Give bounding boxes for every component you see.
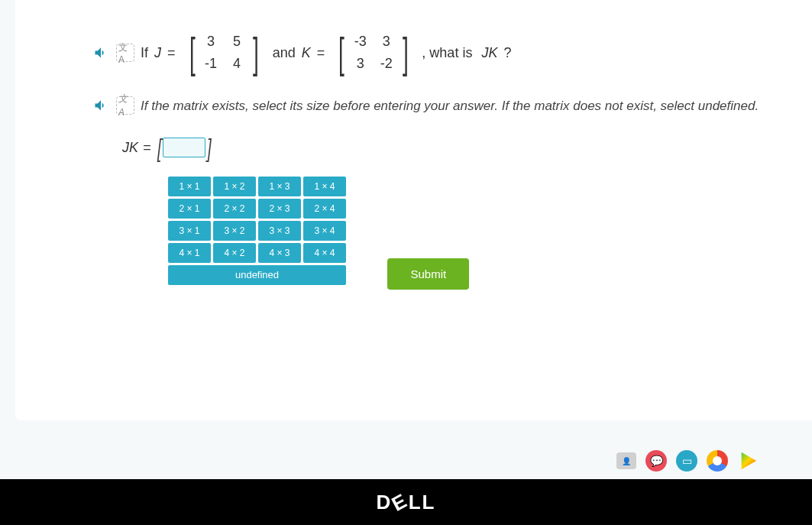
text-and: and: [273, 45, 296, 61]
app-icon-red[interactable]: 💬: [645, 450, 667, 472]
size-3x4[interactable]: 3 × 4: [303, 221, 346, 241]
bracket-right: ]: [253, 36, 259, 70]
eq3: =: [143, 140, 151, 156]
matrix-k: [ -3 3 3 -2 ]: [335, 31, 411, 75]
bracket-left: [: [157, 133, 161, 163]
mJ-10: -1: [198, 53, 224, 75]
mK-00: -3: [348, 31, 374, 53]
answer-label: JK: [122, 140, 138, 156]
size-2x4[interactable]: 2 × 4: [303, 199, 346, 219]
var-j: J: [154, 45, 161, 61]
size-2x3[interactable]: 2 × 3: [258, 199, 301, 219]
size-3x2[interactable]: 3 × 2: [213, 221, 256, 241]
play-store-icon[interactable]: [737, 450, 759, 472]
taskbar: 👤 💬 ▭: [616, 450, 759, 472]
submit-button[interactable]: Submit: [387, 258, 469, 290]
size-1x3[interactable]: 1 × 3: [258, 177, 301, 196]
size-1x2[interactable]: 1 × 2: [213, 177, 256, 196]
instruction-row: 文A If the matrix exists, select its size…: [92, 96, 766, 116]
logo-l1: L: [409, 491, 422, 514]
dell-logo: D E L L: [377, 491, 436, 514]
bracket-right: ]: [403, 36, 409, 70]
question-row: 文A If J = [ 3 5 -1 4 ] and K = [: [92, 31, 766, 75]
audio-icon[interactable]: [92, 96, 110, 115]
bracket-left: [: [338, 36, 345, 70]
text-whatis: , what is: [422, 45, 472, 61]
answer-row: JK = [ ]: [122, 133, 766, 163]
size-3x1[interactable]: 3 × 1: [168, 221, 211, 241]
size-4x4[interactable]: 4 × 4: [303, 243, 346, 263]
undefined-button[interactable]: undefined: [168, 265, 346, 285]
audio-icon[interactable]: [92, 44, 110, 62]
translate-icon[interactable]: 文A: [116, 44, 134, 62]
matrix-j: [ 3 5 -1 4 ]: [186, 31, 262, 75]
bracket-left: [: [189, 36, 195, 70]
size-2x2[interactable]: 2 × 2: [213, 199, 256, 219]
question-panel: 文A If J = [ 3 5 -1 4 ] and K = [: [15, 0, 812, 420]
mJ-11: 4: [224, 53, 250, 75]
size-4x1[interactable]: 4 × 1: [168, 243, 211, 263]
size-4x3[interactable]: 4 × 3: [258, 243, 301, 263]
instruction-text: If the matrix exists, select its size be…: [141, 96, 766, 116]
size-1x1[interactable]: 1 × 1: [168, 177, 211, 196]
mJ-01: 5: [224, 31, 250, 53]
eq1: =: [167, 45, 176, 61]
size-3x3[interactable]: 3 × 3: [258, 221, 301, 241]
bracket-right: ]: [207, 133, 212, 163]
laptop-bezel: D E L L: [0, 479, 812, 525]
size-selector: 1 × 1 1 × 2 1 × 3 1 × 4 2 × 1 2 × 2 2 × …: [168, 177, 346, 287]
answer-input[interactable]: [163, 138, 205, 157]
text-if: If: [141, 45, 148, 61]
contacts-icon[interactable]: 👤: [616, 452, 636, 469]
size-2x1[interactable]: 2 × 1: [168, 199, 211, 219]
app-icon-teal[interactable]: ▭: [676, 450, 697, 472]
eq2: =: [317, 45, 325, 61]
logo-l2: L: [422, 491, 436, 514]
mK-11: -2: [374, 53, 400, 75]
mK-01: 3: [374, 31, 400, 53]
var-jk: JK: [481, 45, 497, 61]
answer-box: [ ]: [156, 133, 213, 163]
size-1x4[interactable]: 1 × 4: [303, 177, 346, 196]
size-4x2[interactable]: 4 × 2: [213, 243, 256, 263]
var-k: K: [302, 45, 311, 61]
mJ-00: 3: [198, 31, 224, 53]
chrome-icon[interactable]: [707, 450, 728, 472]
mK-10: 3: [348, 53, 374, 75]
translate-icon[interactable]: 文A: [116, 96, 134, 115]
qmark: ?: [503, 45, 511, 61]
